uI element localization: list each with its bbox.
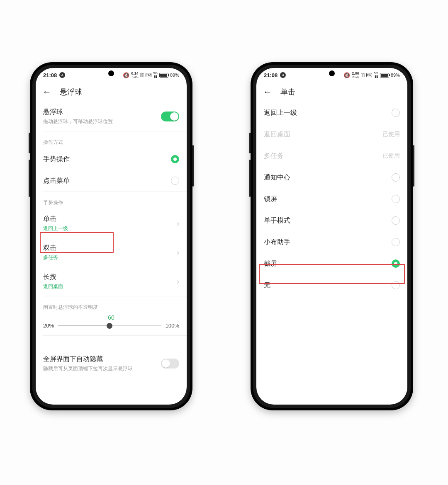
- radio-breeno[interactable]: [392, 238, 400, 246]
- toggle-sub: 拖动悬浮球，可移动悬浮球位置: [43, 118, 161, 125]
- slider-min: 20%: [43, 323, 54, 329]
- option-tap-menu[interactable]: 点击菜单: [36, 170, 187, 192]
- option-tasks: 多任务 已使用: [256, 145, 407, 167]
- mute-icon: 🔇: [123, 72, 129, 78]
- option-gesture[interactable]: 手势操作: [36, 148, 187, 170]
- nav-bar: ← 单击: [256, 82, 407, 102]
- section-gesture: 手势操作: [36, 192, 187, 209]
- camera-hole-icon: [329, 70, 335, 76]
- chevron-right-icon: ›: [173, 248, 179, 257]
- phone-mockup-left: 21:08 4 🔇 0.14KB/S ◉᷼ HD 5G▮▮ 89% ← 悬浮球: [30, 62, 192, 410]
- autohide-row[interactable]: 全屏界面下自动隐藏 隐藏后可从页面顶端下拉再次显示悬浮球: [36, 349, 187, 378]
- signal-icon: 5G▮▮: [374, 72, 378, 78]
- status-time: 21:08: [264, 72, 278, 78]
- option-lock[interactable]: 锁屏: [256, 188, 407, 210]
- opacity-slider[interactable]: [58, 325, 161, 326]
- radio-back[interactable]: [392, 109, 400, 117]
- slider-thumb[interactable]: [107, 323, 112, 329]
- option-home: 返回桌面 已使用: [256, 124, 407, 145]
- radio-lock[interactable]: [392, 195, 400, 203]
- option-screenshot[interactable]: 截屏: [256, 253, 407, 274]
- battery-icon: [159, 73, 168, 78]
- radio-gesture[interactable]: [171, 155, 179, 163]
- wifi-icon: ◉᷼: [140, 72, 144, 78]
- floating-ball-toggle-row[interactable]: 悬浮球 拖动悬浮球，可移动悬浮球位置: [36, 102, 187, 131]
- toggle-title: 悬浮球: [43, 108, 161, 116]
- phone-mockup-right: 21:08 4 🔇 2.00KB/S ◉᷼ HD 5G▮▮ 89% ← 单击: [251, 62, 413, 410]
- slider-max: 100%: [166, 323, 179, 329]
- hd-badge: HD: [146, 73, 151, 77]
- radio-notification[interactable]: [392, 173, 400, 182]
- option-notification[interactable]: 通知中心: [256, 167, 407, 188]
- status-time: 21:08: [43, 72, 57, 78]
- back-button[interactable]: ←: [40, 86, 54, 98]
- gesture-double-tap[interactable]: 双击 多任务 ›: [36, 238, 187, 267]
- radio-none[interactable]: [392, 281, 400, 289]
- status-bar: 21:08 4 🔇 0.14KB/S ◉᷼ HD 5G▮▮ 89%: [36, 68, 187, 82]
- option-breeno[interactable]: 小布助手: [256, 231, 407, 253]
- camera-hole-icon: [108, 70, 114, 76]
- status-bar: 21:08 4 🔇 2.00KB/S ◉᷼ HD 5G▮▮ 89%: [256, 68, 407, 82]
- option-onehand[interactable]: 单手模式: [256, 210, 407, 231]
- radio-screenshot[interactable]: [392, 259, 400, 268]
- radio-onehand[interactable]: [392, 216, 400, 225]
- battery-icon: [380, 73, 389, 78]
- signal-icon: 5G▮▮: [153, 72, 158, 78]
- used-label: 已使用: [382, 131, 400, 138]
- slider-value: 60: [43, 314, 179, 321]
- nav-bar: ← 悬浮球: [36, 82, 187, 102]
- option-none[interactable]: 无: [256, 274, 407, 296]
- opacity-slider-row: 60 20% 100%: [36, 313, 187, 335]
- page-title: 悬浮球: [60, 87, 82, 97]
- page-title: 单击: [280, 87, 295, 97]
- option-back[interactable]: 返回上一级: [256, 102, 407, 124]
- status-notif-badge: 4: [280, 72, 286, 78]
- floating-ball-switch[interactable]: [161, 112, 179, 121]
- section-operation: 操作方式: [36, 131, 187, 148]
- screen-right: 21:08 4 🔇 2.00KB/S ◉᷼ HD 5G▮▮ 89% ← 单击: [256, 68, 407, 405]
- chevron-right-icon: ›: [173, 277, 179, 286]
- mute-icon: 🔇: [343, 72, 350, 78]
- section-opacity: 闲置时悬浮球的不透明度: [36, 296, 187, 313]
- gesture-single-tap[interactable]: 单击 返回上一级 ›: [36, 209, 187, 238]
- battery-pct: 89%: [391, 73, 400, 78]
- chevron-right-icon: ›: [173, 219, 179, 228]
- hd-badge: HD: [366, 73, 372, 77]
- back-button[interactable]: ←: [261, 86, 275, 98]
- wifi-icon: ◉᷼: [361, 72, 365, 78]
- radio-tap-menu[interactable]: [171, 177, 179, 185]
- status-notif-badge: 4: [59, 72, 65, 78]
- screen-left: 21:08 4 🔇 0.14KB/S ◉᷼ HD 5G▮▮ 89% ← 悬浮球: [36, 68, 187, 405]
- autohide-switch[interactable]: [161, 359, 179, 369]
- gesture-long-press[interactable]: 长按 返回桌面 ›: [36, 267, 187, 296]
- used-label: 已使用: [382, 152, 400, 160]
- battery-pct: 89%: [170, 73, 179, 78]
